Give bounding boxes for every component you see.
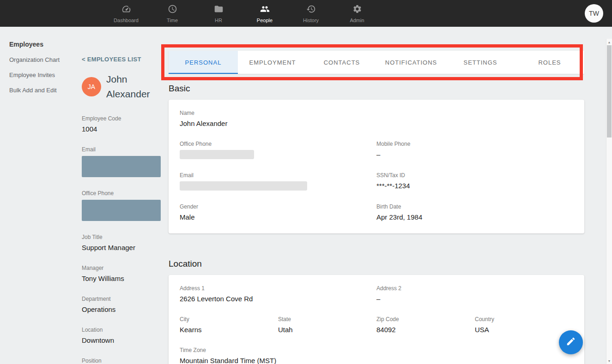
sidebar-item-employees[interactable]: Employees bbox=[9, 41, 79, 48]
field-label: Office Phone bbox=[82, 190, 161, 197]
field-value: Tony Williams bbox=[82, 274, 161, 283]
field-value: Utah bbox=[278, 325, 376, 334]
basic-row-email-ssn: Email SSN/Tax ID ***-**-1234 bbox=[180, 172, 573, 191]
field-value: Support Manager bbox=[82, 243, 161, 252]
basic-card: Name John Alexander Office Phone Mobile … bbox=[169, 100, 584, 233]
field-address2: Address 2 – bbox=[376, 285, 573, 303]
spacer bbox=[376, 110, 573, 128]
nav-item-dashboard[interactable]: Dashboard bbox=[103, 0, 149, 27]
panel-field-email: Email bbox=[82, 146, 161, 177]
field-label: Mobile Phone bbox=[376, 141, 573, 147]
user-avatar[interactable]: TW bbox=[585, 4, 603, 23]
sidebar: Employees Organization Chart Employee In… bbox=[0, 27, 79, 94]
nav-item-time[interactable]: Time bbox=[149, 0, 195, 27]
nav-item-hr[interactable]: HR bbox=[195, 0, 242, 27]
clock-icon bbox=[168, 4, 177, 16]
nav-label: Time bbox=[167, 18, 178, 23]
nav-item-history[interactable]: History bbox=[288, 0, 334, 27]
field-value: ***-**-1234 bbox=[376, 181, 573, 190]
vertical-scrollbar[interactable]: ▲ ▼ bbox=[606, 39, 612, 364]
field-label: Department bbox=[82, 296, 161, 302]
field-gender: Gender Male bbox=[180, 203, 376, 221]
pencil-icon bbox=[566, 336, 576, 348]
field-label: Address 1 bbox=[180, 285, 376, 292]
office-phone-redacted-value bbox=[180, 150, 254, 159]
back-to-employees-list-link[interactable]: < EMPLOYEES LIST bbox=[82, 56, 161, 63]
nav-item-admin[interactable]: Admin bbox=[334, 0, 380, 27]
email-redacted-value bbox=[180, 181, 307, 191]
nav-label: HR bbox=[215, 18, 222, 23]
panel-field-employee-code: Employee Code 1004 bbox=[82, 115, 161, 133]
tab-roles[interactable]: ROLES bbox=[515, 51, 584, 74]
field-label: City bbox=[180, 316, 278, 322]
field-label: State bbox=[278, 316, 376, 322]
field-label: Address 2 bbox=[376, 285, 573, 292]
field-label: Name bbox=[180, 110, 376, 116]
basic-row-gender-birth: Gender Male Birth Date Apr 23rd, 1984 bbox=[180, 203, 573, 221]
panel-field-location: Location Downtown bbox=[82, 327, 161, 345]
employee-first-name: John bbox=[106, 72, 150, 87]
tab-notifications[interactable]: NOTIFICATIONS bbox=[376, 51, 446, 74]
field-ssn: SSN/Tax ID ***-**-1234 bbox=[376, 172, 573, 191]
tab-contacts[interactable]: CONTACTS bbox=[307, 51, 376, 74]
field-label: Email bbox=[82, 146, 161, 153]
folder-icon bbox=[214, 4, 224, 16]
employee-panel: < EMPLOYEES LIST JA John Alexander Emplo… bbox=[82, 27, 161, 364]
employee-name: John Alexander bbox=[106, 72, 150, 101]
field-value: – bbox=[376, 150, 573, 159]
top-nav-items: Dashboard Time HR People History Admin bbox=[103, 0, 380, 27]
nav-item-people[interactable]: People bbox=[242, 0, 288, 27]
employee-last-name: Alexander bbox=[106, 87, 150, 101]
field-label: Country bbox=[475, 316, 573, 322]
gear-icon bbox=[352, 4, 362, 16]
field-label: Position bbox=[82, 358, 161, 364]
spacer bbox=[376, 347, 573, 364]
location-section-title: Location bbox=[169, 258, 584, 269]
field-label: Office Phone bbox=[180, 141, 376, 147]
field-address1: Address 1 2626 Leverton Cove Rd bbox=[180, 285, 376, 303]
field-label: Email bbox=[180, 172, 376, 179]
field-label: Location bbox=[82, 327, 161, 333]
sidebar-item-bulk-add-and-edit[interactable]: Bulk Add and Edit bbox=[9, 86, 79, 94]
basic-row-phones: Office Phone Mobile Phone – bbox=[180, 141, 573, 159]
panel-field-position: Position Support Manager bbox=[82, 358, 161, 364]
field-value: USA bbox=[475, 325, 573, 334]
employee-detail-tabs: PERSONAL EMPLOYMENT CONTACTS NOTIFICATIO… bbox=[169, 51, 584, 74]
tab-personal[interactable]: PERSONAL bbox=[169, 51, 238, 74]
field-value: Operations bbox=[82, 305, 161, 314]
field-value: John Alexander bbox=[180, 119, 376, 128]
field-zip-code: Zip Code 84092 bbox=[376, 316, 475, 334]
edit-fab-button[interactable] bbox=[559, 330, 583, 354]
field-label: Employee Code bbox=[82, 115, 161, 122]
office-phone-redacted-value bbox=[82, 200, 161, 221]
field-value: Male bbox=[180, 213, 376, 221]
panel-field-job-title: Job Title Support Manager bbox=[82, 234, 161, 252]
nav-label: Dashboard bbox=[114, 18, 139, 23]
field-label: Gender bbox=[180, 203, 376, 210]
location-row-timezone: Time Zone Mountain Standard Time (MST) bbox=[180, 347, 573, 364]
field-state: State Utah bbox=[278, 316, 376, 334]
field-label: Time Zone bbox=[180, 347, 376, 353]
field-mobile-phone: Mobile Phone – bbox=[376, 141, 573, 159]
tab-employment[interactable]: EMPLOYMENT bbox=[238, 51, 307, 74]
email-redacted-value bbox=[82, 156, 161, 177]
field-birth-date: Birth Date Apr 23rd, 1984 bbox=[376, 203, 573, 221]
field-value: 1004 bbox=[82, 125, 161, 133]
sidebar-item-employee-invites[interactable]: Employee Invites bbox=[9, 71, 79, 79]
history-icon bbox=[306, 4, 316, 16]
field-city: City Kearns bbox=[180, 316, 278, 334]
field-label: Birth Date bbox=[376, 203, 573, 210]
field-value: 84092 bbox=[376, 325, 475, 334]
tab-settings[interactable]: SETTINGS bbox=[446, 51, 515, 74]
field-value: Apr 23rd, 1984 bbox=[376, 213, 573, 221]
scrollbar-up-arrow[interactable]: ▲ bbox=[606, 39, 612, 45]
scrollbar-thumb[interactable] bbox=[607, 45, 612, 137]
field-name: Name John Alexander bbox=[180, 110, 376, 128]
scrollbar-down-arrow[interactable]: ▼ bbox=[606, 358, 612, 364]
top-nav: Dashboard Time HR People History Admin T… bbox=[0, 0, 612, 27]
basic-row-name: Name John Alexander bbox=[180, 110, 573, 128]
employee-profile: JA John Alexander bbox=[82, 72, 161, 101]
sidebar-item-organization-chart[interactable]: Organization Chart bbox=[9, 56, 79, 64]
page-body: Employees Organization Chart Employee In… bbox=[0, 27, 612, 364]
main-content: PERSONAL EMPLOYMENT CONTACTS NOTIFICATIO… bbox=[169, 27, 584, 364]
